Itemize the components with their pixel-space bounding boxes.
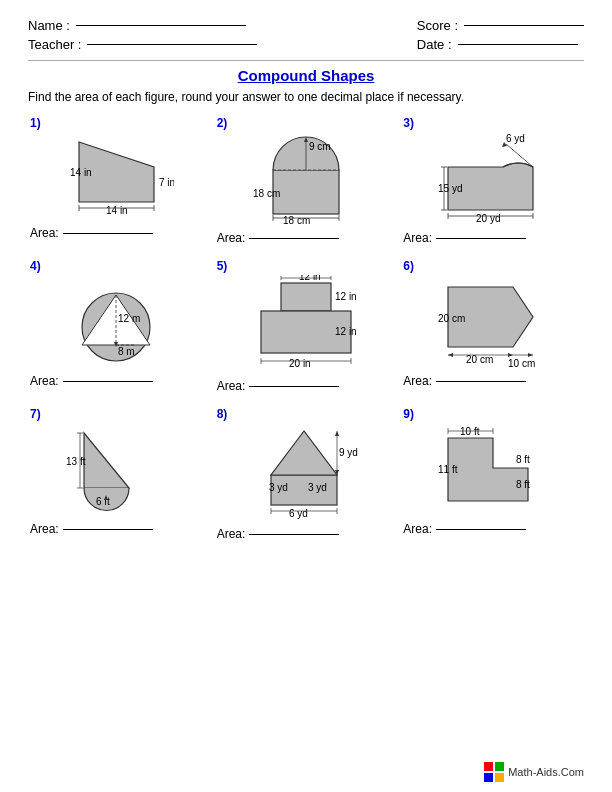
problem-7: 7) 13 ft 6 ft	[28, 403, 211, 545]
page-title: Compound Shapes	[28, 67, 584, 84]
problem-8-num: 8)	[217, 407, 228, 421]
svg-text:18 cm: 18 cm	[283, 215, 310, 226]
problem-1-num: 1)	[30, 116, 41, 130]
footer: Math-Aids.Com	[484, 762, 584, 782]
figure-5: 12 in 12 in 12 in 20 in	[217, 275, 396, 375]
area-line-7[interactable]	[63, 529, 153, 530]
area-label-2: Area:	[217, 231, 340, 245]
svg-text:8 m: 8 m	[118, 346, 135, 357]
divider	[28, 60, 584, 61]
svg-text:15 yd: 15 yd	[438, 183, 462, 194]
teacher-label: Teacher :	[28, 37, 81, 52]
svg-text:3 yd: 3 yd	[308, 482, 327, 493]
svg-text:3 yd: 3 yd	[269, 482, 288, 493]
score-line[interactable]	[464, 25, 584, 26]
score-label: Score :	[417, 18, 458, 33]
svg-rect-86	[495, 773, 504, 782]
header: Name : Teacher : Score : Date :	[28, 18, 584, 52]
svg-text:20 yd: 20 yd	[476, 213, 500, 224]
svg-marker-66	[335, 431, 339, 436]
header-right: Score : Date :	[417, 18, 584, 52]
svg-text:12 in: 12 in	[335, 326, 357, 337]
figure-7: 13 ft 6 ft	[30, 423, 209, 518]
svg-rect-85	[484, 773, 493, 782]
area-label-3: Area:	[403, 231, 526, 245]
area-label-6: Area:	[403, 374, 526, 388]
problem-8: 8) 9 yd 3 yd 3 yd 6 yd	[215, 403, 398, 545]
name-line[interactable]	[76, 25, 246, 26]
svg-text:9 yd: 9 yd	[339, 447, 358, 458]
svg-marker-75	[448, 438, 528, 501]
svg-text:9 cm: 9 cm	[309, 141, 331, 152]
problem-6: 6) 20 cm 20 cm 10 cm	[401, 255, 584, 397]
svg-rect-83	[484, 762, 493, 771]
figure-1: 14 in 7 in 14 in	[30, 132, 209, 222]
figure-9: 10 ft 8 ft 11 ft 8 ft	[403, 423, 582, 518]
problem-5-num: 5)	[217, 259, 228, 273]
figure-2: 9 cm 18 cm 18 cm	[217, 132, 396, 227]
svg-text:10 ft: 10 ft	[460, 426, 480, 437]
math-aids-logo-icon	[484, 762, 504, 782]
problem-5: 5) 12 in 12 in 12 in	[215, 255, 398, 397]
area-line-4[interactable]	[63, 381, 153, 382]
area-line-2[interactable]	[249, 238, 339, 239]
svg-2: 9 cm 18 cm 18 cm	[251, 132, 361, 227]
svg-text:18 cm: 18 cm	[253, 188, 280, 199]
problem-2-num: 2)	[217, 116, 228, 130]
date-line[interactable]	[458, 44, 578, 45]
area-label-4: Area:	[30, 374, 153, 388]
svg-rect-84	[495, 762, 504, 771]
area-line-1[interactable]	[63, 233, 153, 234]
svg-rect-35	[281, 283, 331, 311]
svg-text:20 cm: 20 cm	[466, 354, 493, 365]
area-line-3[interactable]	[436, 238, 526, 239]
svg-text:11 ft: 11 ft	[438, 464, 458, 475]
svg-marker-64	[271, 431, 337, 475]
svg-marker-50	[448, 353, 453, 357]
area-line-6[interactable]	[436, 381, 526, 382]
svg-text:6 yd: 6 yd	[289, 508, 308, 519]
name-label: Name :	[28, 18, 70, 33]
problems-grid: 1) 14 in 7 in 14 in Area:	[28, 112, 584, 545]
figure-4: 12 m 8 m	[30, 275, 209, 370]
problem-3-num: 3)	[403, 116, 414, 130]
problem-1: 1) 14 in 7 in 14 in Area:	[28, 112, 211, 249]
area-line-8[interactable]	[249, 534, 339, 535]
problem-6-num: 6)	[403, 259, 414, 273]
date-field: Date :	[417, 37, 584, 52]
svg-text:6 ft: 6 ft	[96, 496, 110, 507]
svg-marker-51	[508, 353, 513, 357]
svg-3: 6 yd 15 yd 20 yd	[438, 132, 548, 227]
area-line-9[interactable]	[436, 529, 526, 530]
figure-6: 20 cm 20 cm 10 cm	[403, 275, 582, 370]
score-field: Score :	[417, 18, 584, 33]
area-line-5[interactable]	[249, 386, 339, 387]
svg-text:12 in: 12 in	[335, 291, 357, 302]
svg-9: 10 ft 8 ft 11 ft 8 ft	[438, 423, 548, 518]
svg-marker-54	[528, 353, 533, 357]
problem-3: 3) 6 yd 15 yd 20 yd	[401, 112, 584, 249]
teacher-line[interactable]	[87, 44, 257, 45]
figure-3: 6 yd 15 yd 20 yd	[403, 132, 582, 227]
problem-7-num: 7)	[30, 407, 41, 421]
svg-text:6 yd: 6 yd	[506, 133, 525, 144]
svg-6: 20 cm 20 cm 10 cm	[438, 275, 548, 370]
svg-8: 9 yd 3 yd 3 yd 6 yd	[251, 423, 361, 523]
svg-text:7 in: 7 in	[159, 177, 174, 188]
svg-text:20 in: 20 in	[289, 358, 311, 369]
svg-text:13 ft: 13 ft	[66, 456, 86, 467]
area-label-1: Area:	[30, 226, 153, 240]
area-label-8: Area:	[217, 527, 340, 541]
svg-1: 14 in 7 in 14 in	[64, 132, 174, 222]
area-label-7: Area:	[30, 522, 153, 536]
figure-8: 9 yd 3 yd 3 yd 6 yd	[217, 423, 396, 523]
teacher-field: Teacher :	[28, 37, 257, 52]
svg-text:12 m: 12 m	[118, 313, 140, 324]
svg-text:10 cm: 10 cm	[508, 358, 535, 369]
footer-text: Math-Aids.Com	[508, 766, 584, 778]
svg-marker-56	[84, 433, 129, 488]
problem-4-num: 4)	[30, 259, 41, 273]
problem-2: 2) 9 cm 18 cm 18 cm	[215, 112, 398, 249]
problem-4: 4) 12 m 8 m Area:	[28, 255, 211, 397]
page: Name : Teacher : Score : Date : Compound…	[0, 0, 612, 792]
